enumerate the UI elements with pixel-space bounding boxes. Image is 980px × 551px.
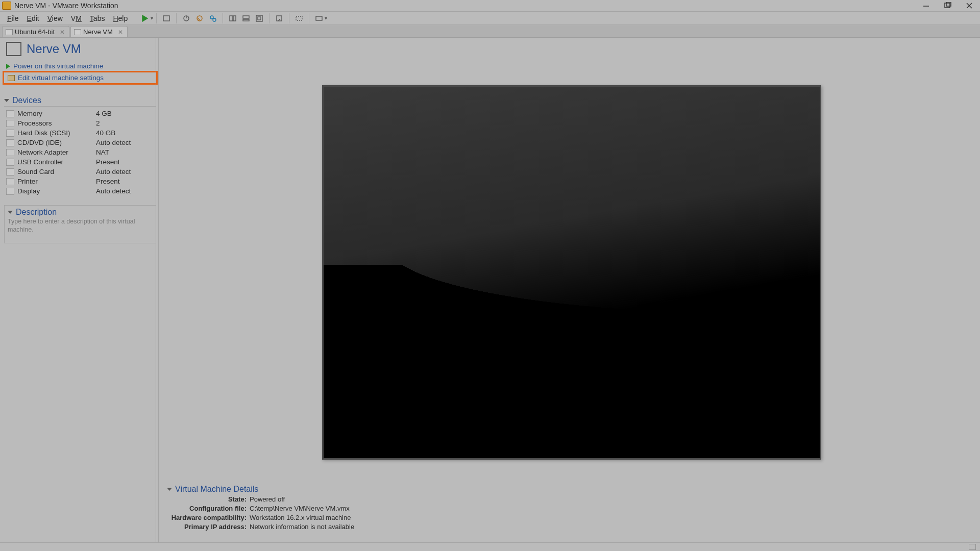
- vm-icon: [6, 29, 13, 35]
- detail-primary-ip: Primary IP address:Network information i…: [165, 522, 972, 532]
- printer-icon: [6, 178, 14, 185]
- power-button[interactable]: [140, 14, 150, 23]
- devices-section-header[interactable]: Devices: [4, 96, 156, 107]
- vm-screen-preview: [322, 85, 821, 460]
- show-console-icon[interactable]: [228, 14, 237, 23]
- title-left: Nerve VM - VMware Workstation: [2, 2, 118, 10]
- device-memory[interactable]: Memory4 GB: [6, 109, 156, 118]
- devices-table: Memory4 GB Processors2 Hard Disk (SCSI)4…: [4, 107, 156, 196]
- window-controls: [922, 1, 974, 10]
- svg-rect-14: [243, 16, 249, 18]
- devices-title: Devices: [12, 96, 41, 105]
- details-header-row[interactable]: Virtual Machine Details: [167, 485, 972, 494]
- description-title: Description: [16, 208, 57, 217]
- menu-tabs[interactable]: Tabs: [86, 13, 109, 23]
- cd-icon: [6, 139, 14, 146]
- maximize-button[interactable]: [943, 1, 952, 10]
- toolbar-separator: [156, 13, 157, 23]
- details-title: Virtual Machine Details: [175, 485, 258, 494]
- app-window: Nerve VM - VMware Workstation File Edit …: [0, 0, 980, 551]
- snapshot-manager-icon[interactable]: [208, 14, 217, 23]
- settings-icon: [8, 75, 15, 81]
- tab-nerve-vm[interactable]: Nerve VM ✕: [70, 26, 128, 37]
- app-icon: [2, 2, 11, 10]
- toolbar-separator: [289, 13, 289, 23]
- menu-vm[interactable]: VM: [67, 13, 86, 23]
- tab-ubuntu[interactable]: Ubuntu 64-bit ✕: [2, 26, 69, 37]
- free-form-dropdown-icon[interactable]: ▾: [325, 15, 327, 21]
- main-area: Virtual Machine Details State:Powered of…: [158, 38, 980, 542]
- toolbar-separator: [269, 13, 270, 23]
- cpu-icon: [6, 120, 14, 127]
- edit-settings-highlight: Edit virtual machine settings: [3, 71, 158, 85]
- close-button[interactable]: [965, 1, 974, 10]
- device-sound-card[interactable]: Sound CardAuto detect: [6, 167, 156, 177]
- svg-rect-19: [296, 16, 302, 20]
- vm-header: Nerve VM: [4, 42, 156, 56]
- description-header-row[interactable]: Description: [8, 208, 153, 217]
- send-ctrl-alt-del-icon[interactable]: [162, 14, 171, 23]
- unity-icon[interactable]: [275, 14, 284, 23]
- free-form-icon[interactable]: [314, 14, 324, 23]
- sidebar-divider[interactable]: [156, 38, 156, 542]
- device-processors[interactable]: Processors2: [6, 118, 156, 128]
- snapshot-take-icon[interactable]: [182, 14, 191, 23]
- toolbar-separator: [309, 13, 309, 23]
- menu-view[interactable]: View: [43, 13, 67, 23]
- device-hard-disk[interactable]: Hard Disk (SCSI)40 GB: [6, 128, 156, 138]
- close-tab-icon[interactable]: ✕: [118, 29, 123, 36]
- play-icon: [6, 64, 10, 69]
- network-icon: [6, 149, 14, 156]
- device-cd-dvd[interactable]: CD/DVD (IDE)Auto detect: [6, 138, 156, 147]
- device-printer[interactable]: PrinterPresent: [6, 177, 156, 186]
- svg-rect-1: [945, 3, 950, 8]
- device-network-adapter[interactable]: Network AdapterNAT: [6, 147, 156, 157]
- statusbar: [0, 542, 980, 551]
- display-icon: [6, 188, 14, 195]
- description-input[interactable]: Type here to enter a description of this…: [8, 218, 153, 234]
- stretch-guest-icon[interactable]: [295, 14, 304, 23]
- vm-details-pane: Virtual Machine Details State:Powered of…: [159, 482, 980, 534]
- detail-state: State:Powered off: [165, 495, 972, 504]
- vm-icon: [6, 42, 21, 56]
- close-tab-icon[interactable]: ✕: [60, 29, 65, 36]
- menu-help[interactable]: Help: [109, 13, 132, 23]
- show-thumbnails-icon[interactable]: [241, 14, 251, 23]
- menubar: File Edit View VM Tabs Help ▾ ▾: [0, 12, 980, 25]
- menu-edit[interactable]: Edit: [23, 13, 43, 23]
- svg-marker-5: [142, 15, 148, 21]
- device-display[interactable]: DisplayAuto detect: [6, 186, 156, 196]
- window-title: Nerve VM - VMware Workstation: [14, 2, 118, 10]
- usb-icon: [6, 159, 14, 166]
- menu-file[interactable]: File: [3, 13, 23, 23]
- svg-rect-16: [256, 15, 262, 21]
- edit-settings-label: Edit virtual machine settings: [18, 74, 104, 82]
- device-usb-controller[interactable]: USB ControllerPresent: [6, 157, 156, 167]
- sound-icon: [6, 168, 14, 176]
- svg-point-11: [213, 18, 216, 21]
- svg-point-10: [210, 16, 213, 19]
- svg-rect-12: [230, 16, 233, 21]
- power-on-label: Power on this virtual machine: [13, 62, 103, 70]
- description-section: Description Type here to enter a descrip…: [4, 205, 156, 243]
- disk-icon: [6, 130, 14, 137]
- caret-down-icon: [4, 99, 9, 102]
- fullscreen-icon[interactable]: [255, 14, 264, 23]
- svg-rect-17: [258, 17, 261, 20]
- snapshot-revert-icon[interactable]: [195, 14, 204, 23]
- details-grid: State:Powered off Configuration file:C:\…: [165, 495, 972, 532]
- power-on-link[interactable]: Power on this virtual machine: [4, 61, 156, 71]
- minimize-button[interactable]: [922, 1, 931, 10]
- tabstrip: Ubuntu 64-bit ✕ Nerve VM ✕: [0, 25, 980, 38]
- status-display-icon: [969, 544, 976, 550]
- power-dropdown-icon[interactable]: ▾: [151, 15, 153, 21]
- detail-hw-compat: Hardware compatibility:Workstation 16.2.…: [165, 513, 972, 522]
- edit-settings-link[interactable]: Edit virtual machine settings: [6, 73, 155, 83]
- svg-rect-20: [316, 16, 322, 20]
- svg-rect-15: [243, 19, 249, 21]
- sidebar: Nerve VM Power on this virtual machine E…: [0, 38, 158, 542]
- tab-label: Nerve VM: [83, 28, 113, 36]
- vm-title: Nerve VM: [27, 42, 81, 56]
- content: Nerve VM Power on this virtual machine E…: [0, 38, 980, 542]
- titlebar: Nerve VM - VMware Workstation: [0, 0, 980, 12]
